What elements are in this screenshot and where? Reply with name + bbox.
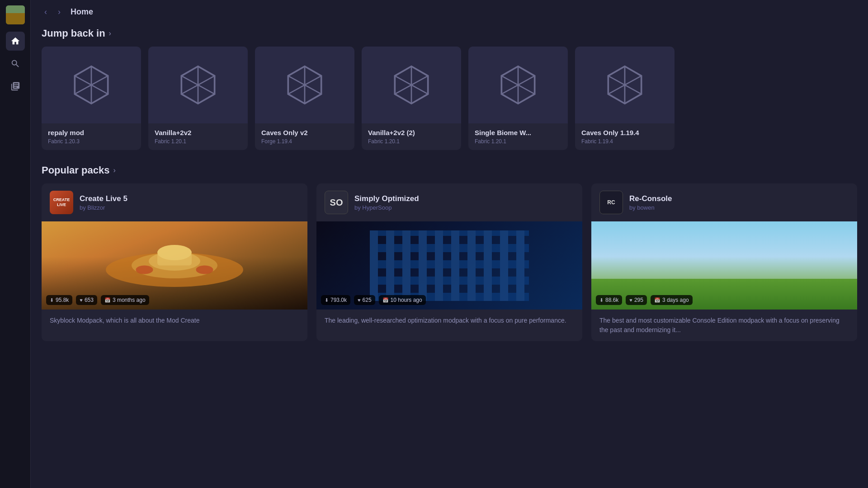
downloads-count: 793.0k: [330, 297, 347, 303]
downloads-badge: ⬇ 793.0k: [321, 295, 350, 305]
jump-back-grid: repaly mod Fabric 1.20.3 Vanilla+2v2 Fab…: [42, 47, 857, 150]
download-icon: ⬇: [599, 297, 604, 303]
updated-badge: 📅 10 hours ago: [379, 295, 426, 305]
jump-card-name: Caves Only 1.19.4: [581, 129, 668, 136]
sidebar-item-library[interactable]: [6, 77, 25, 96]
jump-card-name: Vanilla+2v2: [155, 129, 241, 136]
pack-name: Re-Console: [629, 194, 672, 203]
forward-button[interactable]: ›: [55, 6, 63, 18]
home-icon: [10, 36, 20, 46]
jump-card-sub: Fabric 1.20.1: [368, 138, 455, 145]
likes-badge: ♥ 295: [626, 295, 647, 305]
topbar: ‹ › Home: [31, 0, 868, 24]
popular-packs-title: Popular packs: [42, 164, 109, 176]
popular-packs-header: Popular packs ›: [42, 164, 857, 176]
pack-author: by bowen: [629, 204, 672, 211]
jump-card-image: [575, 47, 675, 123]
download-icon: ⬇: [50, 297, 54, 303]
jump-card-sub: Fabric 1.20.1: [155, 138, 241, 145]
jump-card[interactable]: Vanilla+2v2 (2) Fabric 1.20.1: [362, 47, 461, 150]
popular-packs-arrow[interactable]: ›: [113, 166, 115, 174]
jump-card[interactable]: Caves Only v2 Forge 1.19.4: [255, 47, 354, 150]
jump-card-info: Vanilla+2v2 (2) Fabric 1.20.1: [362, 123, 461, 150]
pack-card[interactable]: CREATELIVE Create Live 5 by Blizzor: [42, 183, 307, 341]
likes-count: 625: [363, 297, 372, 303]
pack-card-title-area: Create Live 5 by Blizzor: [80, 194, 127, 211]
downloads-count: 95.8k: [56, 297, 69, 303]
sidebar-item-search[interactable]: [6, 54, 25, 73]
popular-packs-grid: CREATELIVE Create Live 5 by Blizzor: [42, 183, 857, 341]
likes-count: 295: [634, 297, 643, 303]
calendar-icon: 📅: [382, 297, 389, 303]
jump-card-info: repaly mod Fabric 1.20.3: [42, 123, 141, 150]
jump-card[interactable]: Single Biome W... Fabric 1.20.1: [468, 47, 568, 150]
jump-back-in-arrow[interactable]: ›: [109, 29, 111, 38]
download-icon: ⬇: [325, 297, 329, 303]
pack-card[interactable]: RC Re-Console by bowen ⬇ 88.6k ♥ 295: [591, 183, 857, 341]
jump-card-info: Caves Only v2 Forge 1.19.4: [255, 123, 354, 150]
heart-icon: ♥: [80, 297, 83, 303]
likes-count: 653: [85, 297, 94, 303]
jump-card[interactable]: Vanilla+2v2 Fabric 1.20.1: [148, 47, 248, 150]
jump-card-name: Single Biome W...: [475, 129, 561, 136]
pack-stats: ⬇ 88.6k ♥ 295 📅 3 days ago: [596, 295, 693, 305]
updated-badge: 📅 3 months ago: [101, 295, 149, 305]
heart-icon: ♥: [629, 297, 632, 303]
heart-icon: ♥: [358, 297, 361, 303]
pack-author: by HyperSoop: [354, 204, 419, 211]
updated-time: 10 hours ago: [391, 297, 422, 303]
jump-card-name: Caves Only v2: [261, 129, 348, 136]
pack-description: Skyblock Modpack, which is all about the…: [42, 310, 307, 332]
jump-card-sub: Fabric 1.19.4: [581, 138, 668, 145]
pack-card-header: CREATELIVE Create Live 5 by Blizzor: [42, 183, 307, 221]
pack-card-header: RC Re-Console by bowen: [591, 183, 857, 221]
jump-card-name: Vanilla+2v2 (2): [368, 129, 455, 136]
search-icon: [10, 59, 20, 69]
calendar-icon: 📅: [654, 297, 660, 303]
pack-description: The leading, well-researched optimizatio…: [316, 310, 582, 332]
avatar[interactable]: [6, 5, 25, 24]
pack-icon: CREATELIVE: [50, 191, 73, 214]
jump-card[interactable]: Caves Only 1.19.4 Fabric 1.19.4: [575, 47, 675, 150]
jump-card-sub: Forge 1.19.4: [261, 138, 348, 145]
likes-badge: ♥ 653: [76, 295, 97, 305]
pack-card[interactable]: SO Simply Optimized by HyperSoop ⬇ 793.0…: [316, 183, 582, 341]
jump-card-image: [362, 47, 461, 123]
jump-card-sub: Fabric 1.20.1: [475, 138, 561, 145]
downloads-count: 88.6k: [605, 297, 618, 303]
jump-card[interactable]: repaly mod Fabric 1.20.3: [42, 47, 141, 150]
pack-name: Create Live 5: [80, 194, 127, 203]
jump-card-image: [468, 47, 568, 123]
pack-card-header: SO Simply Optimized by HyperSoop: [316, 183, 582, 221]
jump-back-in-header: Jump back in ›: [42, 28, 857, 39]
likes-badge: ♥ 625: [354, 295, 375, 305]
pack-stats: ⬇ 793.0k ♥ 625 📅 10 hours ago: [321, 295, 426, 305]
library-icon: [10, 81, 20, 91]
pack-stats: ⬇ 95.8k ♥ 653 📅 3 months ago: [46, 295, 149, 305]
jump-card-image: [255, 47, 354, 123]
pack-name: Simply Optimized: [354, 194, 419, 203]
jump-card-sub: Fabric 1.20.3: [48, 138, 135, 145]
pack-author: by Blizzor: [80, 204, 127, 211]
jump-card-image: [42, 47, 141, 123]
pack-banner: ⬇ 88.6k ♥ 295 📅 3 days ago: [591, 221, 857, 310]
jump-card-name: repaly mod: [48, 129, 135, 136]
main-content: ‹ › Home Jump back in › repaly mod Fabri…: [31, 0, 868, 488]
pack-card-title-area: Simply Optimized by HyperSoop: [354, 194, 419, 211]
updated-time: 3 days ago: [662, 297, 689, 303]
sidebar-item-home[interactable]: [6, 32, 25, 51]
svg-point-30: [196, 266, 213, 274]
jump-back-in-title: Jump back in: [42, 28, 105, 39]
downloads-badge: ⬇ 95.8k: [46, 295, 72, 305]
back-button[interactable]: ‹: [42, 6, 50, 18]
jump-card-image: [148, 47, 248, 123]
pack-icon: RC: [599, 191, 623, 214]
sidebar: [0, 0, 31, 488]
pack-banner: ⬇ 793.0k ♥ 625 📅 10 hours ago: [316, 221, 582, 310]
calendar-icon: 📅: [104, 297, 111, 303]
jump-card-info: Vanilla+2v2 Fabric 1.20.1: [148, 123, 248, 150]
svg-point-29: [136, 266, 153, 274]
jump-card-info: Single Biome W... Fabric 1.20.1: [468, 123, 568, 150]
updated-time: 3 months ago: [113, 297, 146, 303]
pack-card-title-area: Re-Console by bowen: [629, 194, 672, 211]
